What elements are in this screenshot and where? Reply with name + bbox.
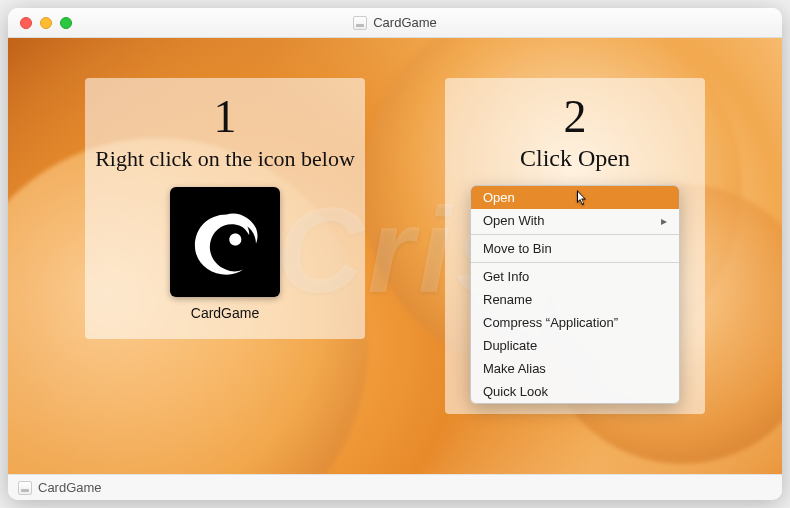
content-area: PCrisk 1 Right click on the icon below C…	[8, 38, 782, 474]
context-menu-item-quick-look[interactable]: Quick Look	[471, 380, 679, 403]
window-title-wrap: CardGame	[8, 15, 782, 30]
app-label: CardGame	[95, 305, 355, 321]
context-menu-separator	[471, 234, 679, 235]
traffic-lights	[8, 17, 72, 29]
dragon-icon	[182, 199, 268, 285]
context-menu-item-label: Compress “Application”	[483, 315, 618, 330]
context-menu-item-make-alias[interactable]: Make Alias	[471, 357, 679, 380]
titlebar: CardGame	[8, 8, 782, 38]
context-menu-item-open-with[interactable]: Open With ▸	[471, 209, 679, 232]
context-menu-item-move-to-bin[interactable]: Move to Bin	[471, 237, 679, 260]
app-icon[interactable]	[170, 187, 280, 297]
context-menu-item-get-info[interactable]: Get Info	[471, 265, 679, 288]
close-window-button[interactable]	[20, 17, 32, 29]
minimize-window-button[interactable]	[40, 17, 52, 29]
step-instruction: Click Open	[455, 143, 695, 173]
context-menu-item-label: Rename	[483, 292, 532, 307]
context-menu-item-label: Open With	[483, 213, 544, 228]
step-number: 1	[95, 90, 355, 143]
app-window: CardGame PCrisk 1 Right click on the ico…	[8, 8, 782, 500]
chevron-right-icon: ▸	[661, 214, 667, 228]
window-title: CardGame	[373, 15, 437, 30]
step-instruction: Right click on the icon below	[95, 145, 355, 173]
context-menu-item-rename[interactable]: Rename	[471, 288, 679, 311]
zoom-window-button[interactable]	[60, 17, 72, 29]
statusbar: CardGame	[8, 474, 782, 500]
statusbar-text: CardGame	[38, 480, 102, 495]
disk-icon	[18, 481, 32, 495]
context-menu-item-duplicate[interactable]: Duplicate	[471, 334, 679, 357]
context-menu: Open Open With ▸ Move to Bin	[470, 185, 680, 404]
context-menu-item-label: Open	[483, 190, 515, 205]
context-menu-item-label: Move to Bin	[483, 241, 552, 256]
cursor-icon	[577, 190, 589, 206]
instruction-panels: 1 Right click on the icon below CardGame…	[8, 38, 782, 474]
panel-step-2: 2 Click Open Open Open With ▸	[445, 78, 705, 414]
step-number: 2	[455, 90, 695, 143]
panel-step-1: 1 Right click on the icon below CardGame	[85, 78, 365, 339]
context-menu-item-compress[interactable]: Compress “Application”	[471, 311, 679, 334]
context-menu-item-open[interactable]: Open	[471, 186, 679, 209]
context-menu-item-label: Quick Look	[483, 384, 548, 399]
context-menu-item-label: Get Info	[483, 269, 529, 284]
context-menu-separator	[471, 262, 679, 263]
disk-icon	[353, 16, 367, 30]
context-menu-item-label: Make Alias	[483, 361, 546, 376]
context-menu-item-label: Duplicate	[483, 338, 537, 353]
